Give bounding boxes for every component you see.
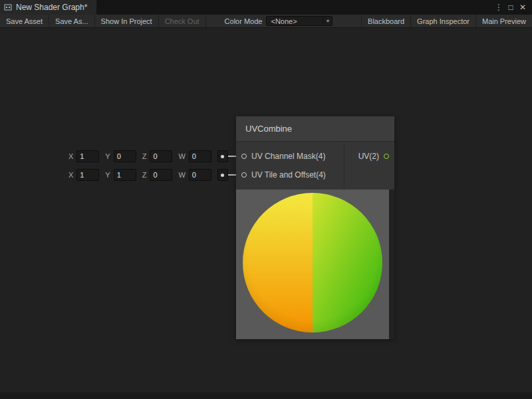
port-connector[interactable] xyxy=(217,150,228,162)
node-port-area: UV Channel Mask(4) UV Tile and Offset(4)… xyxy=(236,142,394,190)
node-header[interactable]: UVCombine xyxy=(236,116,394,142)
vector-row-channel-mask: X Y Z W xyxy=(68,150,228,163)
y-input[interactable] xyxy=(114,150,136,162)
x-label: X xyxy=(68,152,73,160)
shader-graph-icon xyxy=(4,3,12,11)
input-port-label: UV Channel Mask(4) xyxy=(251,152,325,161)
close-icon[interactable]: ✕ xyxy=(517,0,528,15)
z-label: Z xyxy=(142,152,147,160)
x-input[interactable] xyxy=(76,150,99,162)
node-uvcombine[interactable]: UVCombine UV Channel Mask(4) UV Tile and… xyxy=(236,116,394,339)
menu-icon[interactable]: ⋮ xyxy=(493,0,504,15)
output-port-circle[interactable] xyxy=(384,154,389,159)
input-port-row: UV Tile and Offset(4) xyxy=(236,166,344,184)
color-mode-dropdown[interactable]: <None> ▾ xyxy=(266,16,332,26)
w-input[interactable] xyxy=(189,169,211,181)
color-mode-value: <None> xyxy=(267,17,323,25)
x-input[interactable] xyxy=(76,169,99,181)
window-tab-bar: New Shader Graph* ⋮ □ ✕ xyxy=(0,0,532,15)
y-label: Y xyxy=(105,171,110,179)
connector-dot-icon xyxy=(221,174,224,177)
input-ports: UV Channel Mask(4) UV Tile and Offset(4) xyxy=(236,147,344,184)
input-port-row: UV Channel Mask(4) xyxy=(236,147,344,166)
color-mode-label: Color Mode xyxy=(206,15,267,27)
z-label: Z xyxy=(142,171,147,179)
show-in-project-button[interactable]: Show In Project xyxy=(95,15,159,27)
save-as-button[interactable]: Save As... xyxy=(49,15,95,27)
input-port-label: UV Tile and Offset(4) xyxy=(251,170,326,180)
y-input[interactable] xyxy=(114,169,136,181)
y-label: Y xyxy=(105,152,110,160)
tab-title: New Shader Graph* xyxy=(16,3,87,12)
w-input[interactable] xyxy=(189,150,211,162)
input-port-circle[interactable] xyxy=(241,154,247,159)
sphere-shading xyxy=(243,193,382,332)
main-preview-toggle-button[interactable]: Main Preview xyxy=(475,15,532,27)
output-port-label: UV(2) xyxy=(358,152,379,161)
w-label: W xyxy=(178,152,185,160)
output-port-row: UV(2) xyxy=(344,147,394,166)
preview-sphere xyxy=(243,193,382,332)
toolbar: Save Asset Save As... Show In Project Ch… xyxy=(0,15,532,28)
z-input[interactable] xyxy=(150,150,172,162)
node-title: UVCombine xyxy=(245,124,292,134)
blackboard-toggle-button[interactable]: Blackboard xyxy=(361,15,410,27)
vector-row-tile-offset: X Y Z W xyxy=(68,168,228,182)
w-label: W xyxy=(178,171,185,179)
node-preview xyxy=(236,190,389,339)
input-port-circle[interactable] xyxy=(241,172,247,178)
x-label: X xyxy=(68,171,73,179)
save-asset-button[interactable]: Save Asset xyxy=(0,15,49,27)
dropdown-arrow-icon: ▾ xyxy=(323,17,332,26)
maximize-icon[interactable]: □ xyxy=(505,0,516,15)
graph-canvas[interactable]: X Y Z W X Y Z W UVCombine UV Chann xyxy=(0,28,532,392)
graph-inspector-toggle-button[interactable]: Graph Inspector xyxy=(410,15,475,27)
tab-shader-graph[interactable]: New Shader Graph* xyxy=(0,0,96,15)
check-out-button[interactable]: Check Out xyxy=(159,15,206,27)
port-connector[interactable] xyxy=(217,169,228,181)
connector-dot-icon xyxy=(221,155,224,158)
window-bottom-edge xyxy=(0,392,532,399)
z-input[interactable] xyxy=(150,169,172,181)
output-ports: UV(2) xyxy=(344,147,394,184)
window-controls: ⋮ □ ✕ xyxy=(493,0,532,15)
